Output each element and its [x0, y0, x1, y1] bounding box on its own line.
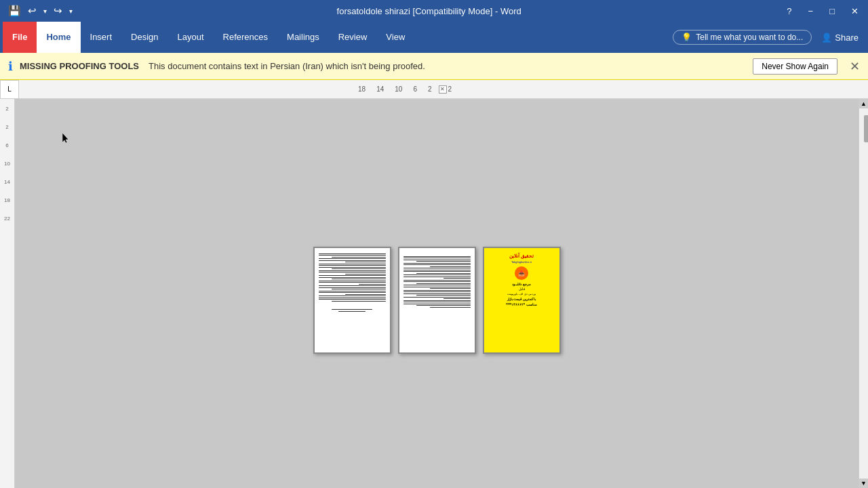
tab-insert[interactable]: Insert	[81, 22, 122, 53]
yellow-phone: ⁰⁹⁹⁸۱۳۶۶۶۲⁸ مناسب	[490, 302, 554, 306]
save-button[interactable]: 💾	[5, 3, 24, 18]
scroll-thumb[interactable]	[864, 115, 869, 142]
document-canvas[interactable]: تحقیق آنلاین Tahghighonline.ir 📥 مرجع دا…	[15, 99, 859, 488]
yellow-line3: ورد-پی دی اف - پاورپوینت	[490, 292, 554, 296]
share-button[interactable]: 👤 Share	[814, 30, 865, 45]
yellow-line4: با کمترین قیمت بازار	[490, 297, 554, 301]
tab-home[interactable]: Home	[37, 22, 80, 53]
quick-access-toolbar: 💾 ↩ ▾ ↪ ▾	[5, 3, 75, 18]
yellow-page-content: تحقیق آنلاین Tahghighonline.ir 📥 مرجع دا…	[484, 248, 559, 313]
scroll-down-button[interactable]: ▼	[859, 479, 869, 488]
share-icon: 👤	[821, 33, 832, 43]
tab-references[interactable]: References	[214, 22, 277, 53]
title-bar: 💾 ↩ ▾ ↪ ▾ forsatoldole shirazi [Compatib…	[0, 0, 868, 22]
minimize-button[interactable]: −	[804, 5, 818, 18]
info-icon: ℹ	[8, 59, 13, 74]
yellow-title: تحقیق آنلاین	[490, 253, 554, 259]
ribbon: File Home Insert Design Layout Reference…	[0, 22, 868, 53]
cursor	[62, 133, 71, 141]
undo-dropdown-button[interactable]: ▾	[41, 6, 50, 16]
tell-me-input[interactable]: 💡 Tell me what you want to do...	[673, 30, 812, 45]
ribbon-right: 💡 Tell me what you want to do... 👤 Share	[673, 22, 865, 53]
notification-message: This document contains text in Persian (…	[149, 61, 425, 71]
page-2-content	[399, 248, 475, 352]
tab-file[interactable]: File	[3, 22, 37, 53]
tab-view[interactable]: View	[376, 22, 414, 53]
scroll-up-button[interactable]: ▲	[859, 99, 869, 108]
lightbulb-icon: 💡	[682, 33, 692, 42]
pages-row: تحقیق آنلاین Tahghighonline.ir 📥 مرجع دا…	[300, 233, 574, 367]
window-controls: ? − □ ✕	[783, 5, 863, 18]
help-button[interactable]: ?	[783, 5, 795, 18]
customize-button[interactable]: ▾	[66, 6, 75, 16]
notification-bar: ℹ MISSING PROOFING TOOLS This document c…	[0, 53, 868, 80]
yellow-icon-area: 📥	[490, 266, 554, 280]
tab-layout[interactable]: Layout	[168, 22, 214, 53]
window-title: forsatoldole shirazi [Compatibility Mode…	[75, 6, 783, 16]
main-area: 2 2 6 10 14 18 22	[0, 99, 868, 488]
close-button[interactable]: ✕	[847, 5, 863, 18]
tab-review[interactable]: Review	[329, 22, 377, 53]
share-label: Share	[835, 33, 859, 43]
tab-design[interactable]: Design	[121, 22, 167, 53]
vertical-ruler: 2 2 6 10 14 18 22	[0, 99, 15, 488]
undo-button[interactable]: ↩	[25, 3, 39, 18]
yellow-line2: فایل	[490, 287, 554, 291]
never-show-again-button[interactable]: Never Show Again	[753, 58, 837, 75]
page-1	[313, 247, 391, 354]
ruler-numbers: 18 14 10 6 2 ✕ 2	[353, 85, 452, 93]
ruler-tab-button[interactable]: L	[0, 80, 19, 99]
notification-title: MISSING PROOFING TOOLS	[20, 61, 139, 71]
page-1-content	[315, 248, 390, 352]
yellow-url: Tahghighonline.ir	[490, 260, 554, 264]
tab-mailings[interactable]: Mailings	[277, 22, 329, 53]
notification-close-button[interactable]: ✕	[850, 59, 860, 74]
redo-button[interactable]: ↪	[51, 3, 65, 18]
yellow-line1: مرجع دانلـــود	[490, 282, 554, 286]
maximize-button[interactable]: □	[825, 5, 839, 18]
horizontal-ruler: L 18 14 10 6 2 ✕ 2	[0, 80, 868, 99]
tell-me-text: Tell me what you want to do...	[696, 33, 803, 42]
page-3: تحقیق آنلاین Tahghighonline.ir 📥 مرجع دا…	[483, 247, 561, 354]
vertical-scrollbar[interactable]: ▲ ▼	[859, 99, 868, 488]
page-2	[398, 247, 476, 354]
